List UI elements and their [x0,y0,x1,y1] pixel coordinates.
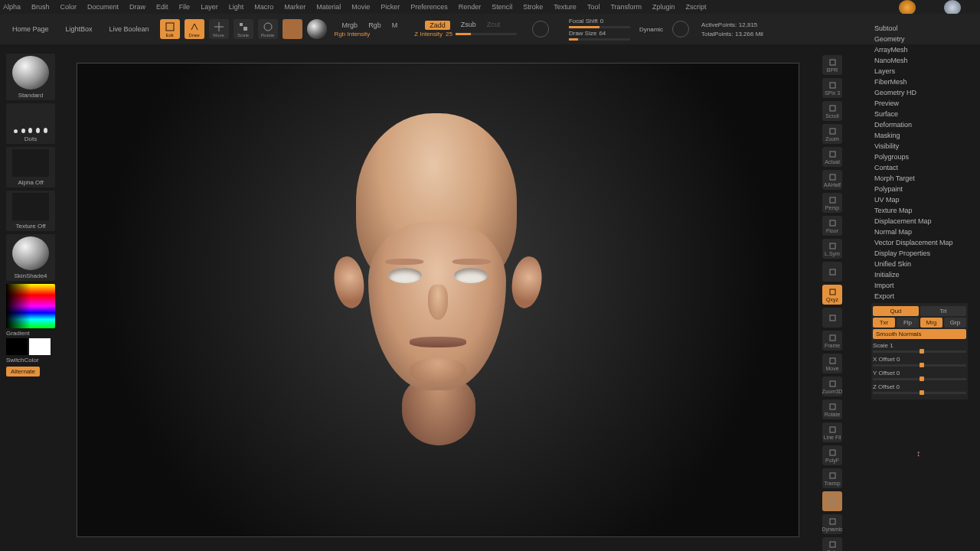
dynamic-icon[interactable] [672,21,689,37]
yoffset-slider[interactable] [873,378,966,380]
brush-slot[interactable]: Standard [6,54,55,100]
viewport[interactable] [77,63,799,537]
xoffset-slider[interactable] [873,364,966,367]
shelf-circ-button[interactable] [822,308,842,328]
draw-size-slider[interactable] [569,38,630,41]
menu-item[interactable]: File [179,3,191,11]
menu-item[interactable]: Layer [201,3,218,11]
menu-item[interactable]: Material [316,3,341,11]
section-preview[interactable]: Preview [871,98,971,109]
section-masking[interactable]: Masking [871,130,971,141]
menu-item[interactable]: Zscript [686,3,707,11]
shelf-aahalf-button[interactable]: AAHalf [822,170,842,190]
color-picker[interactable] [6,284,55,328]
section-contact[interactable]: Contact [871,162,971,173]
section-nanomesh[interactable]: NanoMesh [871,55,971,66]
z-intensity-slider[interactable] [456,33,517,35]
menu-item[interactable]: Texture [554,3,577,11]
menu-item[interactable]: Brush [31,3,50,11]
shelf-actual-button[interactable]: Actual [822,147,842,167]
shelf-solo-button[interactable]: Solo [822,537,842,551]
color-swatch[interactable] [283,19,302,39]
gizmo-icon[interactable] [532,21,549,37]
section-initialize[interactable]: Initialize [871,269,971,280]
rotate-button[interactable]: Rotate [258,19,278,39]
mrg-chip[interactable]: Mrg [920,318,942,328]
txr-chip[interactable]: Txr [873,318,895,328]
section-import[interactable]: Import [871,280,971,291]
switchcolor-button[interactable]: SwitchColor [6,355,60,365]
zadd-button[interactable]: Zadd [425,21,450,30]
section-polypaint[interactable]: Polypaint [871,184,971,194]
material-sphere-icon[interactable] [307,19,327,39]
stroke-slot[interactable]: Dots [6,103,55,144]
shelf-move-button[interactable]: Move [822,354,842,373]
move-button[interactable]: Move [209,19,229,39]
section-displacement-map[interactable]: Displacement Map [871,216,971,227]
lightbox-button[interactable]: LightBox [60,20,99,38]
shelf-rotate-button[interactable]: Rotate [822,399,842,419]
qud-chip[interactable]: Qud [873,306,919,316]
menu-item[interactable]: Zplugin [652,3,675,11]
section-visibility[interactable]: Visibility [871,141,971,152]
section-morph-target[interactable]: Morph Target [871,173,971,184]
zcut-button[interactable]: Zcut [487,21,501,30]
menu-item[interactable]: Light [229,3,244,11]
zsub-button[interactable]: Zsub [461,21,476,30]
menu-item[interactable]: Draw [129,3,145,11]
shelf-lsym-button[interactable]: L.Sym [822,239,842,259]
section-geometry[interactable]: Geometry [871,34,971,44]
shelf-dynamic-button[interactable]: Dynamic [822,514,842,534]
menu-item[interactable]: Stroke [523,3,543,11]
menu-item[interactable]: Document [87,3,119,11]
shelf-transp-button[interactable]: Transp [822,468,842,488]
section-uv-map[interactable]: UV Map [871,194,971,205]
menu-item[interactable]: Preferences [410,3,448,11]
section-subtool[interactable]: Subtool [871,23,971,34]
shelf-linefill-button[interactable]: Line Fil [822,422,842,442]
alpha-slot[interactable]: Alpha Off [6,147,55,187]
mrgb-button[interactable]: Mrgb [342,21,358,29]
section-unified-skin[interactable]: Unified Skin [871,259,971,269]
shelf-zoom3d-button[interactable]: Zoom3D [822,377,842,396]
swatch-white[interactable] [29,338,51,355]
section-polygroups[interactable]: Polygroups [871,152,971,162]
rgb-button[interactable]: Rgb [368,21,381,29]
shelf-frame-button[interactable]: Frame [822,331,842,350]
shelf-xyz-button[interactable]: Qxyz [822,285,842,305]
menu-item[interactable]: Picker [381,3,400,11]
material-slot[interactable]: SkinShade4 [6,234,55,281]
menu-item[interactable]: Movie [351,3,370,11]
shelf-scroll-button[interactable]: Scroll [822,101,842,121]
section-deformation[interactable]: Deformation [871,119,971,130]
focal-shift-slider[interactable] [569,26,630,28]
section-layers[interactable]: Layers [871,66,971,77]
flp-chip[interactable]: Flp [897,318,919,328]
smooth-normals-button[interactable]: Smooth Normals [873,329,966,339]
dynamic-label[interactable]: Dynamic [639,26,663,33]
gradient-label[interactable]: Gradient [6,328,60,338]
alternate-button[interactable]: Alternate [6,367,40,377]
menu-item[interactable]: Marker [284,3,305,11]
menu-item[interactable]: Edit [156,3,168,11]
scale-slider[interactable] [873,350,966,353]
shelf-spix-button[interactable]: SPix 3 [822,78,842,98]
shelf-mat-button[interactable] [822,491,842,511]
edit-button[interactable]: Edit [160,19,180,39]
shelf-floor-button[interactable]: Floor [822,216,842,236]
section-export[interactable]: Export [871,291,971,302]
liveboolean-button[interactable]: Live Boolean [103,20,155,38]
shelf-bpr-button[interactable]: BPR [822,55,842,75]
texture-slot[interactable]: Texture Off [6,191,55,231]
shelf-zoom-button[interactable]: Zoom [822,124,842,144]
m-button[interactable]: M [392,21,398,29]
zoffset-slider[interactable] [873,392,966,394]
menu-item[interactable]: Stencil [492,3,512,11]
section-arraymesh[interactable]: ArrayMesh [871,44,971,55]
menu-item[interactable]: Tool [587,3,600,11]
section-normal-map[interactable]: Normal Map [871,227,971,237]
section-fibermesh[interactable]: FiberMesh [871,77,971,87]
home-button[interactable]: Home Page [6,20,55,38]
tri-chip[interactable]: Tri [920,306,966,316]
shelf-persp-button[interactable]: Persp [822,193,842,213]
